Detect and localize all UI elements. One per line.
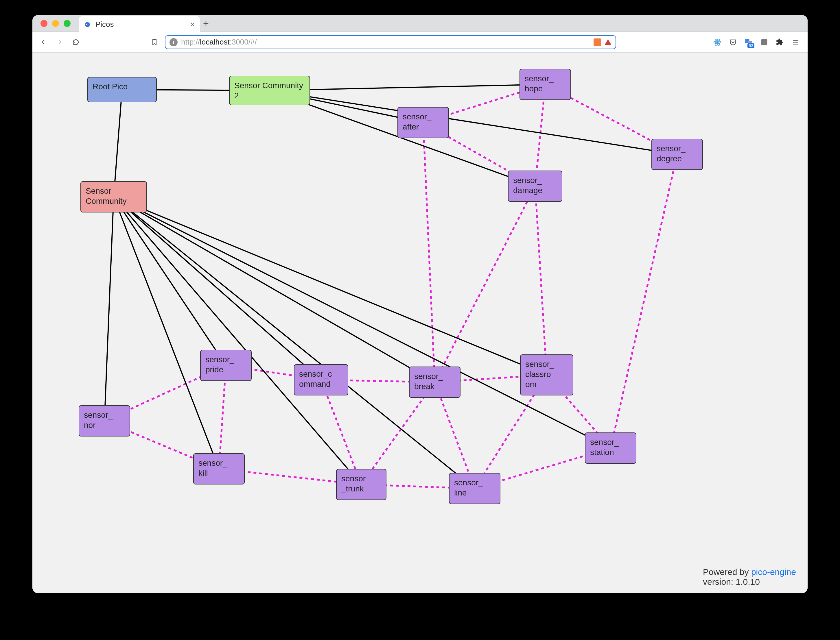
translate-badge: 53: [747, 43, 754, 48]
back-button[interactable]: [38, 37, 49, 48]
titlebar: Picos × +: [32, 15, 808, 32]
extension-icons: 53: [713, 38, 802, 47]
bookmark-button[interactable]: [149, 37, 160, 48]
node-station[interactable]: sensor_station: [585, 432, 636, 464]
tab-favicon: [83, 21, 91, 29]
brave-shields-icon[interactable]: [593, 38, 601, 46]
node-nor[interactable]: sensor_nor: [79, 405, 130, 437]
site-info-icon[interactable]: i: [170, 38, 178, 46]
translate-icon[interactable]: 53: [744, 38, 753, 47]
svg-point-5: [717, 42, 718, 43]
svg-line-40: [104, 197, 114, 421]
maximize-window-button[interactable]: [64, 20, 71, 27]
svg-line-46: [114, 197, 475, 488]
node-sc2[interactable]: Sensor Community 2: [229, 76, 310, 105]
node-command[interactable]: sensor_command: [294, 364, 348, 395]
node-damage[interactable]: sensor_damage: [508, 171, 562, 202]
node-pride[interactable]: sensor_pride: [200, 350, 252, 381]
node-sc[interactable]: SensorCommunity: [80, 181, 147, 213]
svg-line-17: [435, 186, 535, 382]
svg-line-16: [423, 123, 435, 382]
footer: Powered by pico-engine version: 1.0.10: [703, 567, 796, 587]
pico-engine-link[interactable]: pico-engine: [751, 567, 796, 577]
node-classroom[interactable]: sensor_classroom: [520, 354, 573, 395]
svg-rect-8: [761, 39, 768, 45]
svg-line-19: [611, 154, 677, 448]
svg-point-1: [86, 23, 87, 24]
reload-button[interactable]: [70, 37, 82, 48]
node-after[interactable]: sensor_after: [398, 107, 449, 138]
svg-point-0: [85, 22, 90, 27]
close-window-button[interactable]: [40, 20, 47, 27]
window-controls: [32, 20, 71, 27]
version-value: 1.0.10: [736, 577, 760, 587]
version-label: version:: [703, 577, 736, 587]
new-tab-button[interactable]: +: [203, 18, 209, 29]
svg-line-35: [114, 90, 122, 197]
svg-line-45: [114, 197, 435, 382]
svg-line-37: [269, 85, 545, 91]
tab-close-button[interactable]: ×: [190, 20, 195, 29]
svg-line-38: [269, 91, 535, 186]
node-kill[interactable]: sensor_kill: [193, 453, 245, 485]
node-line[interactable]: sensor_line: [449, 473, 500, 504]
svg-line-39: [269, 91, 677, 154]
svg-line-41: [114, 197, 226, 365]
node-hope[interactable]: sensor_hope: [519, 69, 571, 100]
menu-icon[interactable]: [791, 38, 800, 47]
svg-line-18: [535, 186, 547, 375]
address-bar[interactable]: i http://localhost:3000/#/: [165, 35, 616, 49]
svg-line-44: [114, 197, 361, 485]
pico-canvas[interactable]: Root PicoSensor Community 2SensorCommuni…: [32, 53, 808, 593]
node-trunk[interactable]: sensor_trunk: [336, 469, 386, 500]
node-degree[interactable]: sensor_degree: [651, 139, 703, 170]
extension-icon[interactable]: [760, 38, 769, 47]
svg-line-28: [435, 382, 475, 488]
powered-by-label: Powered by: [703, 567, 751, 577]
pocket-icon[interactable]: [728, 38, 737, 47]
url-text: http://localhost:3000/#/: [181, 38, 590, 46]
react-devtools-icon[interactable]: [713, 38, 722, 47]
tab-title: Picos: [95, 20, 186, 29]
forward-button[interactable]: [54, 37, 66, 48]
node-root[interactable]: Root Pico: [87, 77, 157, 102]
svg-line-48: [114, 197, 611, 448]
browser-window: Picos × + i http://localhost:3000/#/: [32, 15, 808, 593]
node-break[interactable]: sensor_break: [409, 366, 460, 398]
browser-toolbar: i http://localhost:3000/#/ 53: [32, 32, 808, 53]
extensions-puzzle-icon[interactable]: [775, 38, 784, 47]
brave-rewards-icon[interactable]: [604, 39, 611, 45]
svg-line-47: [114, 197, 547, 375]
minimize-window-button[interactable]: [52, 20, 59, 27]
browser-tab[interactable]: Picos ×: [79, 16, 200, 33]
